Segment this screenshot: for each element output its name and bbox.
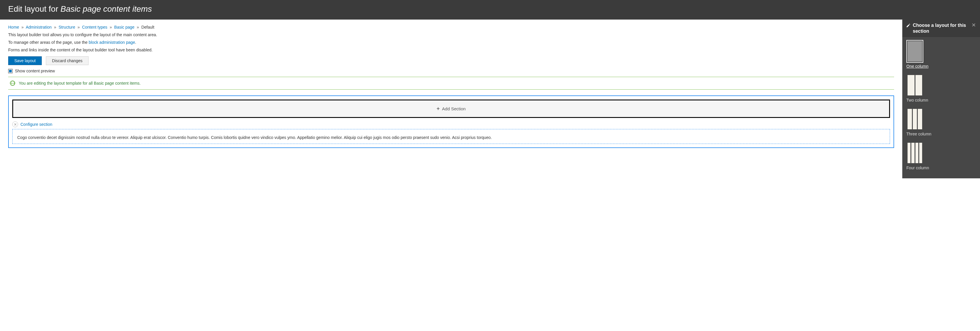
breadcrumb-sep: »: [54, 25, 56, 30]
layout-thumb: [906, 74, 923, 97]
layout-option-two-column[interactable]: Two column: [906, 74, 976, 103]
main-content: Home » Administration » Structure » Cont…: [0, 19, 902, 178]
breadcrumb-current: Default: [142, 25, 154, 30]
breadcrumb-content-types[interactable]: Content types: [82, 25, 107, 30]
actions-row: Save layout Discard changes: [8, 56, 894, 65]
breadcrumb-structure[interactable]: Structure: [59, 25, 75, 30]
layout-option-label: Four column: [906, 166, 976, 170]
layout-thumb: [906, 142, 923, 164]
breadcrumb-sep: »: [21, 25, 24, 30]
section-header: ✕ Configure section: [12, 122, 890, 127]
breadcrumb-sep: »: [78, 25, 80, 30]
block-admin-link[interactable]: block administration page: [89, 40, 135, 45]
sample-block-body: Cogo conventio decet dignissim nostrud n…: [17, 135, 885, 141]
layout-thumb: [906, 108, 923, 130]
breadcrumb-sep: »: [137, 25, 139, 30]
globe-icon: [10, 81, 15, 86]
layout-options: One column Two column Three column Four …: [902, 37, 980, 178]
breadcrumb-sep: »: [110, 25, 112, 30]
layout-option-four-column[interactable]: Four column: [906, 142, 976, 170]
intro-line-2: To manage other areas of the page, use t…: [8, 40, 894, 45]
section-region[interactable]: Cogo conventio decet dignissim nostrud n…: [12, 129, 890, 144]
intro-line-3: Forms and links inside the content of th…: [8, 48, 894, 52]
pencil-icon: [906, 23, 910, 27]
sidebar-close-button[interactable]: ✕: [972, 22, 976, 28]
page-title-prefix: Edit layout for: [8, 5, 60, 13]
layout-option-label: Two column: [906, 98, 976, 103]
content-preview-label: Show content preview: [15, 68, 55, 73]
checkbox-icon: [8, 69, 13, 73]
layout-option-label: Three column: [906, 131, 976, 136]
page-title-italic: Basic page content items: [60, 5, 152, 13]
layout-option-label: One column: [906, 64, 976, 68]
layout-canvas: + Add Section ✕ Configure section Cogo c…: [8, 95, 894, 148]
sidebar-title: Choose a layout for this section: [913, 22, 970, 34]
intro-line-2-pre: To manage other areas of the page, use t…: [8, 40, 89, 45]
breadcrumb-home[interactable]: Home: [8, 25, 19, 30]
page-header: Edit layout for Basic page content items: [0, 0, 980, 19]
plus-icon: +: [436, 106, 440, 112]
layout-thumb: [906, 40, 923, 63]
add-section-label: Add Section: [442, 106, 466, 111]
content-preview-toggle[interactable]: Show content preview: [8, 68, 894, 73]
save-layout-button[interactable]: Save layout: [8, 56, 42, 65]
breadcrumb: Home » Administration » Structure » Cont…: [8, 25, 894, 30]
layout-option-one-column[interactable]: One column: [906, 40, 976, 68]
add-section-button[interactable]: + Add Section: [12, 100, 890, 118]
intro-line-1: This layout builder tool allows you to c…: [8, 32, 894, 37]
layout-option-three-column[interactable]: Three column: [906, 108, 976, 136]
close-icon: ✕: [972, 22, 976, 28]
sidebar-header: Choose a layout for this section ✕: [902, 19, 980, 37]
close-icon: ✕: [14, 122, 17, 127]
discard-changes-button[interactable]: Discard changes: [46, 56, 89, 65]
status-text: You are editing the layout template for …: [19, 81, 140, 86]
status-message: You are editing the layout template for …: [8, 77, 894, 90]
breadcrumb-administration[interactable]: Administration: [26, 25, 52, 30]
configure-section-link[interactable]: Configure section: [21, 122, 52, 127]
layout-chooser-sidebar: Choose a layout for this section ✕ One c…: [902, 19, 980, 178]
remove-section-button[interactable]: ✕: [12, 122, 18, 127]
intro-line-2-post: .: [135, 40, 136, 45]
breadcrumb-basic-page[interactable]: Basic page: [114, 25, 134, 30]
